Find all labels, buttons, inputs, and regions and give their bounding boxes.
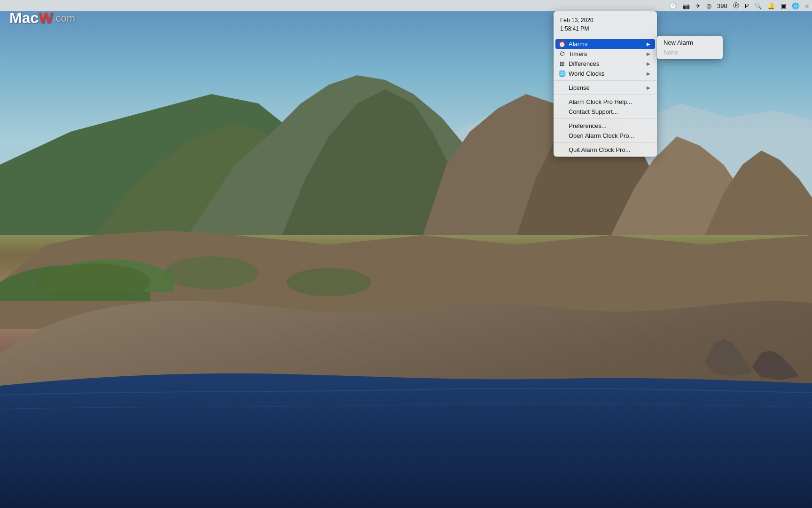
quit-label: Quit Alarm Clock Pro...: [569, 146, 650, 153]
globe-icon[interactable]: 🌐: [790, 2, 801, 9]
grid-icon[interactable]: ▣: [779, 2, 788, 9]
circle-icon[interactable]: ◎: [705, 2, 713, 9]
mountain-illustration: [0, 0, 812, 508]
logo-w: W: [39, 9, 53, 27]
timers-icon: ⏱: [558, 50, 566, 57]
menu-item-help[interactable]: Alarm Clock Pro Help...: [554, 97, 657, 107]
menu-item-quit[interactable]: Quit Alarm Clock Pro...: [554, 145, 657, 155]
svg-point-3: [287, 268, 371, 296]
submenu-new-alarm[interactable]: New Alarm: [657, 38, 723, 48]
separator-4: [554, 143, 657, 143]
separator-3: [554, 119, 657, 119]
timers-arrow: ▶: [647, 51, 650, 56]
differences-arrow: ▶: [647, 61, 650, 66]
main-dropdown-menu: Feb 13, 2020 1:58:41 PM ⏰ Alarms ▶ ⏱ Tim…: [554, 11, 657, 157]
menu-item-differences[interactable]: ⊞ Differences ▶: [554, 59, 657, 69]
world-clocks-arrow: ▶: [647, 71, 650, 76]
license-label: License: [569, 84, 644, 91]
open-label: Open Alarm Clock Pro...: [569, 132, 650, 139]
menu-icon[interactable]: ≡: [804, 2, 810, 9]
differences-label: Differences: [569, 60, 644, 67]
svg-point-2: [164, 256, 258, 289]
contact-label: Contact Support...: [569, 108, 650, 115]
menu-date: Feb 13, 2020: [560, 16, 650, 24]
svg-point-1: [38, 263, 150, 301]
logo-dotcom: .com: [53, 12, 75, 24]
site-logo: MacW.com: [9, 9, 75, 27]
menubar: 🕐 📷 ✈ ◎ 398 Ⓟ P 🔍 🔔 ▣ 🌐 ≡: [0, 0, 812, 11]
alarms-submenu: New Alarm None: [657, 36, 723, 59]
p-icon[interactable]: Ⓟ: [732, 1, 741, 10]
menu-item-license[interactable]: License ▶: [554, 83, 657, 93]
alarms-arrow: ▶: [647, 41, 650, 47]
alarms-icon: ⏰: [558, 40, 566, 48]
dropdown-container: Feb 13, 2020 1:58:41 PM ⏰ Alarms ▶ ⏱ Tim…: [554, 11, 657, 157]
none-label: None: [664, 49, 678, 56]
submenu-none: None: [657, 48, 723, 57]
menu-item-contact[interactable]: Contact Support...: [554, 107, 657, 117]
alarms-label: Alarms: [569, 40, 644, 48]
separator-2: [554, 95, 657, 95]
help-label: Alarm Clock Pro Help...: [569, 98, 650, 105]
preferences-label: Preferences...: [569, 122, 650, 129]
menu-time: 1:58:41 PM: [560, 24, 650, 33]
world-clocks-icon: 🌐: [558, 70, 566, 77]
menubar-icons: 🕐 📷 ✈ ◎ 398 Ⓟ P 🔍 🔔 ▣ 🌐 ≡: [668, 1, 810, 10]
timers-label: Timers: [569, 50, 644, 57]
menu-datetime: Feb 13, 2020 1:58:41 PM: [554, 13, 657, 37]
camera-icon[interactable]: 📷: [681, 2, 691, 9]
world-clocks-label: World Clocks: [569, 70, 644, 77]
menu-item-timers[interactable]: ⏱ Timers ▶: [554, 49, 657, 59]
menu-item-alarms[interactable]: ⏰ Alarms ▶: [555, 39, 655, 49]
spotlight-icon[interactable]: 🔍: [753, 2, 763, 9]
airplane-icon[interactable]: ✈: [694, 2, 702, 9]
differences-icon: ⊞: [558, 60, 566, 67]
battery-icon: 398: [716, 2, 729, 9]
new-alarm-label: New Alarm: [664, 39, 693, 46]
menu-item-open[interactable]: Open Alarm Clock Pro...: [554, 131, 657, 141]
menu-item-preferences[interactable]: Preferences...: [554, 121, 657, 131]
notification-icon[interactable]: 🔔: [766, 2, 776, 9]
separator-1: [554, 80, 657, 81]
alarm-clock-menubar-icon[interactable]: 🕐: [668, 2, 678, 9]
menu-item-world-clocks[interactable]: 🌐 World Clocks ▶: [554, 69, 657, 79]
license-arrow: ▶: [647, 85, 650, 90]
p2-icon[interactable]: P: [743, 2, 750, 9]
logo-mac: Mac: [9, 9, 39, 27]
